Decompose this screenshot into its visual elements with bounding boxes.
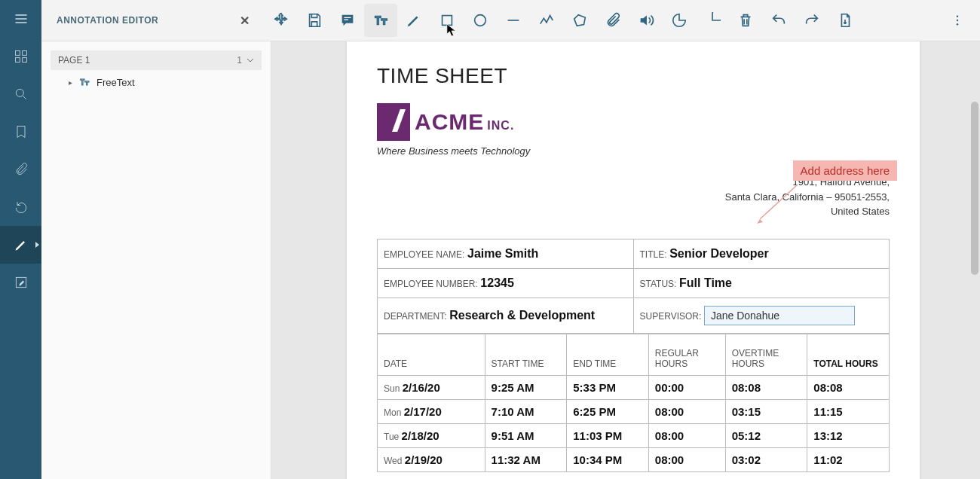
save-icon[interactable] — [298, 4, 331, 37]
close-panel-button[interactable]: ✕ — [240, 14, 250, 28]
toolbar-title: ANNOTATION EDITOR — [57, 15, 158, 26]
svg-rect-1 — [22, 51, 26, 56]
company-address: 1901, Halford Avenue, Santa Clara, Calif… — [377, 175, 890, 219]
line-icon[interactable] — [497, 4, 530, 37]
svg-rect-6 — [442, 16, 452, 26]
document-page: TIME SHEET ACME INC. Wher — [347, 41, 920, 479]
pan-icon[interactable] — [265, 4, 298, 37]
annotation-item-freetext[interactable]: ▸ FreeText — [51, 70, 262, 94]
chevron-right-icon: ▸ — [69, 78, 72, 87]
vertical-nav — [0, 0, 41, 479]
form-edit-icon[interactable] — [0, 264, 41, 301]
redact-start-icon[interactable] — [663, 4, 696, 37]
menu-icon[interactable] — [0, 0, 41, 38]
svg-point-10 — [957, 23, 958, 25]
svg-point-8 — [957, 16, 958, 17]
page-header-row[interactable]: PAGE 1 1 — [51, 50, 262, 70]
annotation-item-label: FreeText — [96, 77, 135, 88]
table-row: Wed 2/19/2011:32 AM10:34 PM08:0003:0211:… — [378, 447, 890, 471]
redact-end-icon[interactable] — [696, 4, 729, 37]
attachment-icon[interactable] — [596, 4, 629, 37]
rectangle-icon[interactable] — [430, 4, 464, 37]
table-row: Sun 2/16/209:25 AM5:33 PM00:0008:0808:08 — [378, 375, 890, 399]
freetext-icon[interactable] — [364, 4, 397, 37]
thumbnails-icon[interactable] — [0, 38, 41, 75]
comment-icon[interactable] — [331, 4, 364, 37]
redo-icon[interactable] — [795, 4, 828, 37]
company-suffix: INC. — [487, 119, 514, 133]
hours-table: DATE START TIME END TIME REGULAR HOURS O… — [377, 334, 890, 472]
annotation-tools — [265, 4, 862, 37]
svg-rect-2 — [15, 58, 20, 63]
delete-icon[interactable] — [729, 4, 762, 37]
table-row: Tue 2/18/209:51 AM11:03 PM08:0005:1213:1… — [378, 423, 890, 447]
company-tagline: Where Business meets Technology — [377, 145, 530, 157]
page-count: 1 — [237, 55, 254, 66]
svg-rect-3 — [22, 58, 26, 63]
export-icon[interactable] — [828, 4, 862, 37]
polygon-icon[interactable] — [563, 4, 596, 37]
search-icon[interactable] — [0, 75, 41, 113]
company-logo: ACME INC. — [377, 103, 530, 141]
employee-info-table: EMPLOYEE NAME: Jaime Smith TITLE: Senior… — [377, 239, 890, 334]
document-canvas[interactable]: TIME SHEET ACME INC. Wher — [271, 41, 980, 479]
bookmark-icon[interactable] — [0, 113, 41, 151]
page-label: PAGE 1 — [58, 55, 90, 66]
undo-nav-icon[interactable] — [0, 188, 41, 226]
top-toolbar: ANNOTATION EDITOR ✕ — [41, 0, 980, 41]
undo-icon[interactable] — [762, 4, 795, 37]
logo-mark-icon — [377, 103, 410, 141]
sound-icon[interactable] — [629, 4, 663, 37]
polyline-icon[interactable] — [530, 4, 563, 37]
more-options-icon[interactable] — [942, 5, 972, 35]
annotate-nav-icon[interactable] — [0, 226, 41, 264]
annotation-sidebar: PAGE 1 1 ▸ FreeText — [41, 41, 271, 479]
company-name: ACME — [415, 109, 484, 135]
annotation-leader-line — [754, 183, 799, 225]
freetext-annotation[interactable]: Add address here — [793, 160, 897, 181]
circle-icon[interactable] — [464, 4, 497, 37]
svg-point-9 — [957, 20, 958, 21]
draw-icon[interactable] — [397, 4, 430, 37]
supervisor-input[interactable] — [704, 306, 855, 325]
document-title: TIME SHEET — [377, 64, 890, 88]
svg-point-4 — [16, 89, 23, 96]
svg-rect-0 — [15, 51, 20, 56]
svg-point-7 — [474, 15, 485, 26]
freetext-small-icon — [78, 76, 90, 88]
vertical-scrollbar[interactable] — [971, 102, 978, 275]
table-row: Mon 2/17/207:10 AM6:25 PM08:0003:1511:15 — [378, 399, 890, 423]
attachments-icon[interactable] — [0, 151, 41, 188]
